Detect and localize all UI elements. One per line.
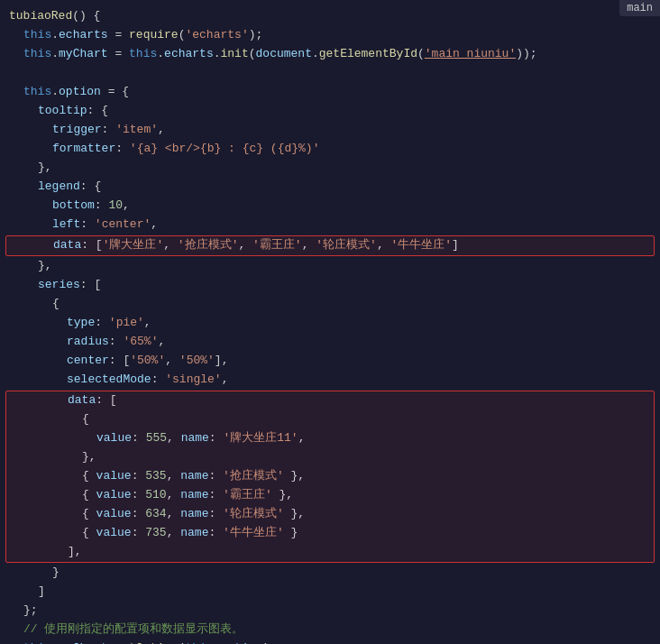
line-1: tubiaoRed() { <box>0 7 660 26</box>
line-29: ], <box>6 543 654 562</box>
line-7: trigger: 'item', <box>0 121 660 140</box>
line-21: data: [ <box>6 391 654 410</box>
line-17: type: 'pie', <box>0 314 660 333</box>
line-10: legend: { <box>0 178 660 197</box>
line-14: }, <box>0 257 660 276</box>
code-area: tubiaoRed() { this.echarts = require('ec… <box>0 0 660 644</box>
line-19: center: ['50%', '50%'], <box>0 352 660 371</box>
line-27: { value: 634, name: '轮庄模式' }, <box>6 505 654 524</box>
line-30: } <box>0 564 660 583</box>
line-28: { value: 735, name: '牛牛坐庄' } <box>6 524 654 543</box>
line-15: series: [ <box>0 276 660 295</box>
line-23: value: 555, name: '牌大坐庄11', <box>6 429 654 448</box>
line-25: { value: 535, name: '抢庄模式' }, <box>6 467 654 486</box>
line-26: { value: 510, name: '霸王庄' }, <box>6 486 654 505</box>
line-22: { <box>6 410 654 429</box>
line-34: this.myChart.setOption(this.option); <box>0 639 660 644</box>
line-9: }, <box>0 159 660 178</box>
line-12: left: 'center', <box>0 216 660 235</box>
highlighted-series-data: data: [ { value: 555, name: '牌大坐庄11', },… <box>5 391 655 563</box>
line-24: }, <box>6 448 654 467</box>
line-16: { <box>0 295 660 314</box>
line-empty <box>0 64 660 83</box>
line-32: }; <box>0 602 660 621</box>
line-33: // 使用刚指定的配置项和数据显示图表。 <box>0 621 660 639</box>
line-2: this.echarts = require('echarts'); <box>0 26 660 45</box>
line-5: this.option = { <box>0 83 660 102</box>
line-13: data: ['牌大坐庄', '抢庄模式', '霸王庄', '轮庄模式', '牛… <box>6 236 654 255</box>
line-31: ] <box>0 583 660 602</box>
line-3: this.myChart = this.echarts.init(documen… <box>0 45 660 64</box>
line-11: bottom: 10, <box>0 197 660 216</box>
code-editor: main tubiaoRed() { this.echarts = requir… <box>0 0 660 644</box>
highlighted-legend-data: data: ['牌大坐庄', '抢庄模式', '霸王庄', '轮庄模式', '牛… <box>5 235 655 256</box>
top-bar: main <box>619 0 660 16</box>
line-6: tooltip: { <box>0 102 660 121</box>
line-8: formatter: '{a} <br/>{b} : {c} ({d}%)' <box>0 140 660 159</box>
line-18: radius: '65%', <box>0 333 660 352</box>
line-20: selectedMode: 'single', <box>0 371 660 390</box>
